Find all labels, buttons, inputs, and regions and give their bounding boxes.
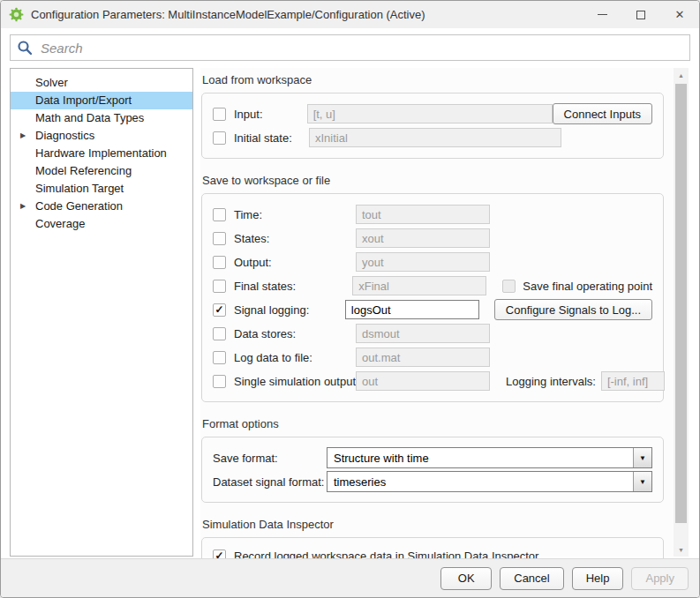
scroll-up-icon[interactable]: ▲ <box>674 68 689 82</box>
maximize-icon <box>636 11 645 19</box>
states-row: States: <box>213 228 652 249</box>
time-field <box>356 205 490 224</box>
scrollbar-thumb[interactable] <box>675 84 687 523</box>
final-states-row: Final states: Save final operating point <box>213 275 652 296</box>
initial-state-row: Initial state: <box>213 127 652 148</box>
settings-panel: Load from workspace Input: Connect Input… <box>200 68 689 557</box>
log-data-to-file-checkbox[interactable] <box>213 351 226 364</box>
ok-button[interactable]: OK <box>440 567 492 590</box>
minimize-button[interactable] <box>583 1 621 28</box>
cancel-button[interactable]: Cancel <box>500 567 563 590</box>
single-simulation-output-field <box>356 371 490 391</box>
dropdown-arrow-icon[interactable]: ▼ <box>633 472 651 491</box>
data-stores-row: Data stores: <box>213 323 652 344</box>
output-field <box>356 252 490 272</box>
final-states-field <box>352 276 486 295</box>
search-input[interactable] <box>10 34 690 61</box>
window-controls: ✕ <box>583 1 699 28</box>
initial-state-checkbox[interactable] <box>213 131 226 145</box>
window-title: Configuration Parameters: MultiInstanceM… <box>31 8 425 21</box>
data-stores-field <box>356 324 490 343</box>
dataset-signal-format-dropdown[interactable]: timeseries ▼ <box>327 471 652 492</box>
sidebar-item-coverage[interactable]: Coverage <box>11 215 192 233</box>
minimize-icon <box>598 14 607 15</box>
apply-button: Apply <box>631 567 689 590</box>
input-row: Input: Connect Inputs <box>213 103 652 124</box>
states-field <box>356 228 490 248</box>
sidebar-item-hardware-implementation[interactable]: Hardware Implementation <box>11 145 192 162</box>
title-bar[interactable]: Configuration Parameters: MultiInstanceM… <box>1 1 699 28</box>
sidebar-item-data-import-export[interactable]: Data Import/Export <box>11 92 192 109</box>
category-tree: Solver Data Import/Export Math and Data … <box>10 68 193 557</box>
single-simulation-output-row: Single simulation output: Logging interv… <box>213 370 652 392</box>
close-icon: ✕ <box>675 9 685 20</box>
sidebar-item-diagnostics[interactable]: ▶ Diagnostics <box>11 127 192 145</box>
scroll-down-icon[interactable]: ▼ <box>674 542 689 557</box>
states-checkbox[interactable] <box>213 232 226 245</box>
sidebar-item-model-referencing[interactable]: Model Referencing <box>11 162 192 180</box>
section-title-format-options: Format options <box>202 417 664 430</box>
simulink-gear-icon <box>9 7 24 22</box>
expand-arrow-icon[interactable]: ▶ <box>20 127 26 145</box>
data-stores-checkbox[interactable] <box>213 327 226 340</box>
dataset-signal-format-label: Dataset signal format: <box>213 475 321 489</box>
save-final-operating-point-label: Save final operating point <box>523 280 652 293</box>
save-to-workspace-group: Time: States: Output: Final states: <box>201 193 664 402</box>
load-from-workspace-group: Input: Connect Inputs Initial state: <box>201 93 664 159</box>
output-row: Output: <box>213 251 652 273</box>
configure-signals-button[interactable]: Configure Signals to Log... <box>494 299 652 320</box>
save-format-label: Save format: <box>213 452 321 465</box>
signal-logging-checkbox[interactable]: ✓ <box>213 303 226 317</box>
logging-intervals-field <box>601 371 665 391</box>
search-bar <box>10 34 690 61</box>
log-data-to-file-row: Log data to file: <box>213 347 652 368</box>
connect-inputs-button[interactable]: Connect Inputs <box>553 103 652 124</box>
close-button[interactable]: ✕ <box>660 1 699 28</box>
save-final-operating-point-checkbox <box>502 280 516 293</box>
section-title-load-from-workspace: Load from workspace <box>202 73 664 86</box>
search-icon <box>17 40 33 56</box>
signal-logging-field[interactable] <box>345 300 479 319</box>
input-label: Input: <box>234 108 302 121</box>
time-row: Time: <box>213 204 652 225</box>
section-title-save-to-workspace: Save to workspace or file <box>202 174 664 187</box>
expand-arrow-icon[interactable]: ▶ <box>20 198 26 215</box>
save-format-row: Save format: Structure with time ▼ <box>213 447 652 468</box>
save-format-dropdown[interactable]: Structure with time ▼ <box>327 447 652 468</box>
sidebar-item-simulation-target[interactable]: Simulation Target <box>11 180 192 198</box>
sidebar-item-solver[interactable]: Solver <box>11 74 192 92</box>
vertical-scrollbar[interactable]: ▲ ▼ <box>674 68 689 557</box>
initial-state-label: Initial state: <box>234 131 304 145</box>
signal-logging-row: ✓ Signal logging: Configure Signals to L… <box>213 299 652 320</box>
input-checkbox[interactable] <box>213 108 226 121</box>
log-data-to-file-field <box>356 348 490 367</box>
sidebar-item-code-generation[interactable]: ▶ Code Generation <box>11 198 192 215</box>
initial-state-field <box>309 128 561 147</box>
time-checkbox[interactable] <box>213 208 226 221</box>
dropdown-arrow-icon[interactable]: ▼ <box>633 448 651 467</box>
help-button[interactable]: Help <box>572 567 624 590</box>
single-simulation-output-checkbox[interactable] <box>213 375 226 388</box>
sidebar-item-math-and-data-types[interactable]: Math and Data Types <box>11 109 192 127</box>
dialog-footer: OK Cancel Help Apply <box>1 558 699 597</box>
section-title-simulation-data-inspector: Simulation Data Inspector <box>202 518 664 531</box>
input-field <box>307 104 553 123</box>
format-options-group: Save format: Structure with time ▼ Datas… <box>201 437 664 503</box>
output-checkbox[interactable] <box>213 256 226 269</box>
maximize-button[interactable] <box>621 1 660 28</box>
dataset-signal-format-row: Dataset signal format: timeseries ▼ <box>213 471 652 492</box>
checkmark-icon: ✓ <box>215 304 223 315</box>
logging-intervals-label: Logging intervals: <box>506 375 596 388</box>
configuration-parameters-dialog: Configuration Parameters: MultiInstanceM… <box>0 0 700 598</box>
final-states-checkbox[interactable] <box>213 280 226 293</box>
